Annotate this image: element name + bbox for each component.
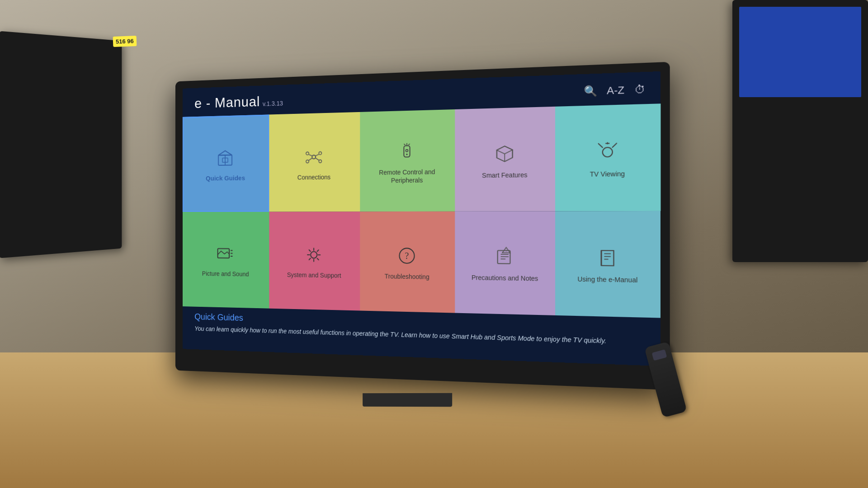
warning-icon: ! <box>493 245 516 268</box>
background-tv-right <box>732 0 868 262</box>
price-tag: 516 96 <box>113 36 137 47</box>
svg-rect-13 <box>404 145 410 157</box>
search-icon[interactable]: 🔍 <box>584 85 597 98</box>
history-icon[interactable]: ⏱ <box>634 83 645 96</box>
remote-icon <box>396 140 418 163</box>
svg-point-5 <box>306 152 309 155</box>
svg-point-6 <box>319 151 321 155</box>
tile-tv-viewing[interactable]: TV Viewing <box>555 103 660 211</box>
svg-line-9 <box>309 154 312 155</box>
svg-point-7 <box>306 160 309 163</box>
svg-line-15 <box>404 144 405 145</box>
header-icons-group: 🔍 A-Z ⏱ <box>584 83 646 98</box>
tile-remote-control[interactable]: Remote Control and Peripherals <box>360 109 455 211</box>
tv-container: e - Manual v.1.3.13 🔍 A-Z ⏱ <box>158 72 656 380</box>
box-icon <box>215 147 236 169</box>
tile-smart-features-label: Smart Features <box>482 170 527 179</box>
svg-line-2 <box>218 155 232 155</box>
svg-line-16 <box>408 144 410 145</box>
network-icon <box>303 145 325 168</box>
svg-point-8 <box>319 160 321 163</box>
svg-line-12 <box>316 158 319 160</box>
svg-line-10 <box>316 154 319 155</box>
svg-text:!: ! <box>505 249 506 253</box>
header-title-group: e - Manual v.1.3.13 <box>194 93 283 112</box>
tile-remote-label: Remote Control and Peripherals <box>364 167 451 184</box>
tile-troubleshooting-label: Troubleshooting <box>385 272 429 281</box>
svg-point-24 <box>602 147 612 157</box>
svg-point-18 <box>406 154 407 155</box>
emanual-version: v.1.3.13 <box>263 100 283 108</box>
tile-precautions[interactable]: ! Precautions and Notes <box>455 211 556 315</box>
cube-icon <box>493 142 516 165</box>
tile-smart-features[interactable]: Smart Features <box>455 107 556 211</box>
svg-text:?: ? <box>405 251 409 261</box>
tile-troubleshooting[interactable]: ? Troubleshooting <box>360 211 455 313</box>
emanual-app: e - Manual v.1.3.13 🔍 A-Z ⏱ <box>183 71 661 366</box>
tile-using-emanual-label: Using the e-Manual <box>577 275 637 284</box>
satellite-icon <box>595 140 620 164</box>
question-icon: ? <box>396 244 418 267</box>
tv-screen: e - Manual v.1.3.13 🔍 A-Z ⏱ <box>183 71 661 366</box>
tile-connections-label: Connections <box>297 173 330 182</box>
az-index-icon[interactable]: A-Z <box>607 84 624 97</box>
svg-marker-20 <box>497 146 513 154</box>
tile-picture-sound-label: Picture and Sound <box>202 270 249 278</box>
tile-picture-sound[interactable]: Picture and Sound <box>183 211 269 309</box>
background-tv-left <box>0 31 122 258</box>
tile-quick-guides-label: Quick Guides <box>206 174 245 183</box>
emanual-title: e - Manual <box>194 94 260 112</box>
tile-system-support[interactable]: System and Support <box>269 211 360 311</box>
background-tv-right-screen <box>739 7 861 97</box>
svg-point-31 <box>311 252 317 258</box>
svg-point-4 <box>312 155 316 159</box>
svg-line-11 <box>309 158 312 160</box>
book-icon <box>595 246 620 270</box>
tv-stand <box>363 393 452 407</box>
gear-icon <box>303 244 325 266</box>
tile-system-support-label: System and Support <box>287 271 341 280</box>
svg-point-17 <box>406 149 408 151</box>
picture-icon <box>215 243 236 265</box>
tile-using-emanual[interactable]: Using the e-Manual <box>555 211 660 318</box>
tile-precautions-label: Precautions and Notes <box>472 273 538 283</box>
tile-grid: Quick Guides Connection <box>183 103 661 318</box>
tile-tv-viewing-label: TV Viewing <box>590 169 625 178</box>
tile-quick-guides[interactable]: Quick Guides <box>183 115 269 212</box>
tile-connections[interactable]: Connections <box>269 112 360 211</box>
